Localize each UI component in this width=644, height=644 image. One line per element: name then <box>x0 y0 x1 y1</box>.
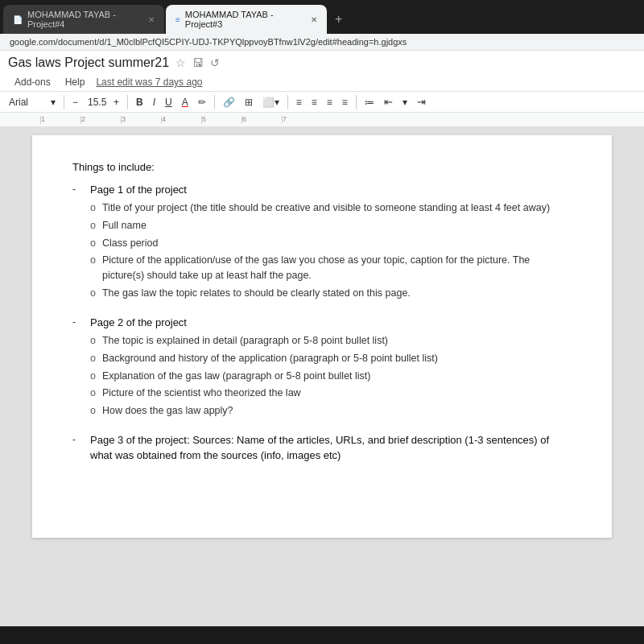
bullet-icon: o <box>90 200 96 216</box>
close-tab-2-icon[interactable]: ✕ <box>311 15 317 24</box>
bullet-icon: o <box>90 351 96 366</box>
list-item: o Full name <box>90 218 572 233</box>
dash-1: - <box>72 182 84 303</box>
bullet-icon: o <box>90 386 96 401</box>
section-3-title: Page 3 of the project: Sources: Name of … <box>90 432 572 464</box>
list-item-text: Title of your project (the title should … <box>102 200 550 216</box>
toolbar-sep-4 <box>287 95 288 109</box>
list-item: o The gas law the topic relates to shoul… <box>90 286 572 301</box>
list-item: o Class period <box>90 236 572 251</box>
font-name-selector[interactable]: Arial <box>5 95 45 109</box>
indent-dropdown-button[interactable]: ▾ <box>398 95 411 109</box>
docs-title: Gas laws Project summer21 <box>8 56 169 70</box>
menu-addons[interactable]: Add-ons <box>8 75 57 89</box>
tab-project4[interactable]: 📄 MOHAMMAD TAYAB - Project#4 ✕ <box>3 5 164 34</box>
bullet-icon: o <box>90 218 96 233</box>
image-button[interactable]: ⊞ <box>241 95 257 109</box>
tab-label-2: MOHAMMAD TAYAB - Project#3 <box>185 10 303 29</box>
font-color-button[interactable]: A <box>178 95 192 109</box>
section-2: - Page 2 of the project o The topic is e… <box>72 315 572 421</box>
browser-chrome: 📄 MOHAMMAD TAYAB - Project#4 ✕ ≡ MOHAMMA… <box>0 0 644 51</box>
list-item-text: Picture of the scientist who theorized t… <box>102 386 301 401</box>
section-1-list: o Title of your project (the title shoul… <box>90 200 572 301</box>
bullet-icon: o <box>90 236 96 251</box>
indent-decrease-button[interactable]: ⇤ <box>380 94 397 109</box>
bullet-icon: o <box>90 369 96 384</box>
new-tab-button[interactable]: + <box>328 9 349 30</box>
list-item-text: The gas law the topic relates to should … <box>102 286 411 301</box>
section-2-title: Page 2 of the project <box>90 315 572 331</box>
list-item: o Picture of the scientist who theorized… <box>90 386 572 401</box>
menu-help[interactable]: Help <box>59 75 92 89</box>
ruler-mark-6: 6 <box>242 116 282 124</box>
url-text: google.com/document/d/1_M0clblPcfQI5CPIY… <box>10 37 407 47</box>
line-spacing-button[interactable]: ≔ <box>361 95 378 109</box>
tab-project3[interactable]: ≡ MOHAMMAD TAYAB - Project#3 ✕ <box>166 5 327 34</box>
tab-bar: 📄 MOHAMMAD TAYAB - Project#4 ✕ ≡ MOHAMMA… <box>0 0 644 34</box>
ruler-inner: 1 2 3 4 5 6 7 <box>8 116 322 124</box>
font-size-increase-btn[interactable]: + <box>109 95 123 109</box>
list-item: o The topic is explained in detail (para… <box>90 333 572 349</box>
align-right-button[interactable]: ≡ <box>323 95 336 109</box>
toolbar-sep-2 <box>127 95 128 109</box>
font-size-decrease-btn[interactable]: − <box>68 95 82 109</box>
italic-button[interactable]: I <box>149 95 159 109</box>
save-to-drive-icon[interactable]: 🖫 <box>192 56 204 69</box>
list-item-text: Full name <box>102 218 147 233</box>
toolbar-sep-1 <box>64 95 64 109</box>
section-1: - Page 1 of the project o Title of your … <box>72 182 572 303</box>
dash-3: - <box>72 432 84 467</box>
section-3: - Page 3 of the project: Sources: Name o… <box>72 432 572 467</box>
close-tab-1-icon[interactable]: ✕ <box>148 15 155 24</box>
ruler: 1 2 3 4 5 6 7 <box>0 113 644 127</box>
ruler-mark-7: 7 <box>282 116 322 124</box>
sync-icon[interactable]: ↺ <box>210 56 220 69</box>
ruler-mark-3: 3 <box>121 116 161 124</box>
link-button[interactable]: 🔗 <box>219 95 239 109</box>
bullet-icon: o <box>90 253 96 283</box>
list-item: o Background and history of the applicat… <box>90 351 572 366</box>
docs-app: Gas laws Project summer21 ☆ 🖫 ↺ Add-ons … <box>0 51 644 626</box>
docs-menu-bar: Add-ons Help Last edit was 7 days ago <box>8 73 636 91</box>
indent-increase-button[interactable]: ⇥ <box>413 94 430 109</box>
ruler-mark-5: 5 <box>201 116 242 124</box>
bullet-icon: o <box>90 403 96 419</box>
last-edit-text[interactable]: Last edit was 7 days ago <box>96 76 202 88</box>
bold-button[interactable]: B <box>132 95 147 109</box>
align-justify-button[interactable]: ≡ <box>338 95 352 109</box>
font-size-input[interactable]: 15.5 <box>84 95 108 109</box>
list-item-text: How does the gas law apply? <box>102 403 233 419</box>
ruler-mark-1: 1 <box>40 116 80 124</box>
doc-outer[interactable]: Things to include: - Page 1 of the proje… <box>0 127 644 626</box>
section-1-title: Page 1 of the project <box>90 182 572 198</box>
toolbar-sep-3 <box>214 95 215 109</box>
bullet-icon: o <box>90 333 96 349</box>
align-left-button[interactable]: ≡ <box>292 95 306 109</box>
address-bar[interactable]: google.com/document/d/1_M0clblPcfQI5CPIY… <box>0 34 644 51</box>
tab-label-1: MOHAMMAD TAYAB - Project#4 <box>27 10 140 29</box>
list-item-text: Explanation of the gas law (paragraph or… <box>102 369 371 384</box>
table-dropdown[interactable]: ⬜▾ <box>258 95 283 109</box>
section-2-content: Page 2 of the project o The topic is exp… <box>90 315 572 421</box>
docs-title-row: Gas laws Project summer21 ☆ 🖫 ↺ <box>8 56 636 73</box>
underline-button[interactable]: U <box>161 95 176 109</box>
pencil-button[interactable]: ✏ <box>194 95 210 109</box>
list-item: o Picture of the application/use of the … <box>90 253 572 283</box>
list-item-text: The topic is explained in detail (paragr… <box>102 333 388 349</box>
list-item-text: Background and history of the applicatio… <box>102 351 438 366</box>
docs-header: Gas laws Project summer21 ☆ 🖫 ↺ Add-ons … <box>0 51 644 92</box>
toolbar: Arial ▾ − 15.5 + B I U A ✏ 🔗 ⊞ ⬜▾ ≡ ≡ ≡ … <box>0 92 644 113</box>
list-item: o Title of your project (the title shoul… <box>90 200 572 216</box>
doc-page: Things to include: - Page 1 of the proje… <box>32 135 612 538</box>
align-center-button[interactable]: ≡ <box>308 95 321 109</box>
font-dropdown-arrow[interactable]: ▾ <box>47 95 60 109</box>
tab-icon-1: 📄 <box>13 15 23 24</box>
ruler-mark-4: 4 <box>161 116 201 124</box>
tab-icon-2: ≡ <box>175 15 180 24</box>
list-item: o How does the gas law apply? <box>90 403 572 419</box>
doc-intro: Things to include: <box>72 159 572 175</box>
list-item: o Explanation of the gas law (paragraph … <box>90 369 572 384</box>
toolbar-sep-5 <box>356 95 357 109</box>
star-icon[interactable]: ☆ <box>175 56 186 69</box>
section-2-list: o The topic is explained in detail (para… <box>90 333 572 419</box>
